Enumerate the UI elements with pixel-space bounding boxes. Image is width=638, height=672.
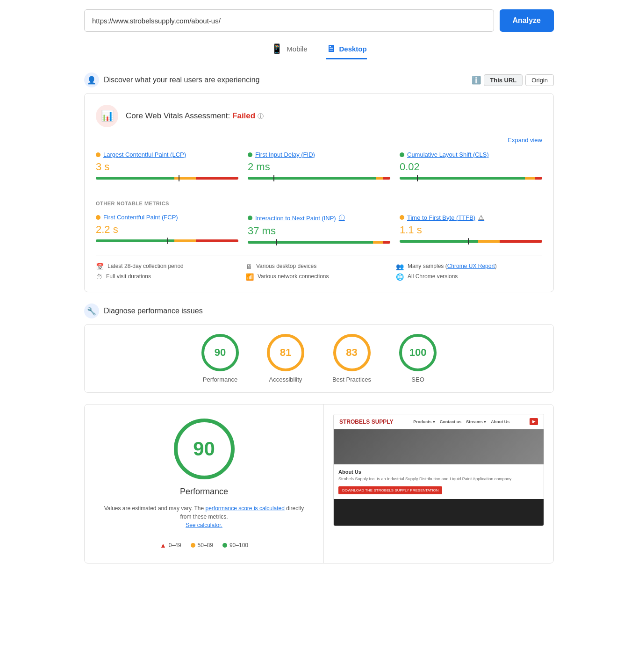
other-metrics-label: OTHER NOTABLE METRICS: [96, 201, 542, 206]
fcp-dot: [96, 215, 100, 220]
cls-label[interactable]: Cumulative Layout Shift (CLS): [400, 151, 542, 158]
accessibility-score-circle: 81: [267, 334, 304, 371]
performance-description: Values are estimated and may vary. The p…: [99, 504, 309, 529]
fid-dot: [248, 152, 252, 157]
desktop-icon: 🖥: [326, 43, 336, 54]
screenshot-download-btn: DOWNLOAD THE STROBELS SUPPLY PRESENTATIO…: [338, 486, 442, 494]
lcp-value: 3 s: [96, 161, 238, 173]
analyze-button[interactable]: Analyze: [500, 9, 554, 32]
accessibility-score-value: 81: [280, 347, 291, 359]
footer-samples: 👥 Many samples (Chrome UX Report): [396, 263, 542, 270]
inp-info-icon[interactable]: ⓘ: [339, 214, 345, 222]
lcp-bar: [96, 177, 238, 180]
performance-score-label: Performance: [203, 376, 237, 383]
performance-detail-card: 90 Performance Values are estimated and …: [84, 404, 554, 564]
scores-card: 90 Performance 81 Accessibility 83 Best …: [84, 324, 554, 393]
screenshot-content: About Us Strobels Supply Inc. is an Indu…: [334, 464, 544, 499]
diagnose-title: Diagnose performance issues: [104, 307, 203, 315]
real-users-title-row: 👤 Discover what your real users are expe…: [84, 72, 259, 87]
timer-icon: ⏱: [96, 273, 102, 281]
fcp-metric: First Contentful Paint (FCP) 2.2 s: [96, 214, 238, 246]
legend-pass: 90–100: [222, 542, 248, 549]
real-users-header: 👤 Discover what your real users are expe…: [84, 72, 554, 87]
footer-col-2: 🖥 Various desktop devices 📶 Various netw…: [246, 263, 392, 281]
origin-button[interactable]: Origin: [525, 74, 554, 86]
fid-metric: First Input Delay (FID) 2 ms: [248, 151, 390, 181]
nav-about: About Us: [491, 419, 509, 424]
footer-desktop-devices: 🖥 Various desktop devices: [246, 263, 392, 270]
fcp-bar: [96, 239, 238, 242]
metrics-divider: [96, 191, 542, 191]
accessibility-score-item[interactable]: 81 Accessibility: [267, 334, 304, 383]
chrome-ux-report-link[interactable]: Chrome UX Report: [447, 263, 495, 269]
url-bar-row: Analyze: [84, 9, 554, 32]
cls-marker: [417, 175, 418, 181]
users-icon: 👥: [396, 263, 404, 270]
performance-left-panel: 90 Performance Values are estimated and …: [85, 405, 324, 563]
performance-detail-title: Performance: [180, 487, 228, 497]
tabs-row: 📱 Mobile 🖥 Desktop: [84, 43, 554, 59]
footer-network: 📶 Various network connections: [246, 273, 392, 281]
fid-value: 2 ms: [248, 161, 390, 173]
main-metrics-grid: Largest Contentful Paint (LCP) 3 s First…: [96, 151, 542, 181]
inp-marker: [276, 239, 277, 246]
lcp-label[interactable]: Largest Contentful Paint (LCP): [96, 151, 238, 158]
inp-metric: Interaction to Next Paint (INP) ⓘ 37 ms: [248, 214, 390, 246]
screenshot-brand: STROBELS SUPPLY: [339, 419, 394, 425]
lcp-metric: Largest Contentful Paint (LCP) 3 s: [96, 151, 238, 181]
tab-mobile-label: Mobile: [287, 45, 307, 53]
fcp-marker: [167, 238, 168, 244]
ttfb-metric: Time to First Byte (TTFB) ⚠ 1.1 s: [400, 214, 542, 246]
ttfb-label[interactable]: Time to First Byte (TTFB) ⚠: [400, 214, 542, 221]
fid-label[interactable]: First Input Delay (FID): [248, 151, 390, 158]
performance-score-value: 90: [215, 347, 226, 359]
tab-desktop-label: Desktop: [339, 45, 367, 53]
performance-score-item[interactable]: 90 Performance: [201, 334, 239, 383]
performance-score-circle: 90: [201, 334, 239, 371]
screenshot-nav: Products ▾ Contact us Streams ▾ About Us: [413, 419, 509, 424]
best-practices-score-label: Best Practices: [332, 376, 371, 383]
cwv-status: Failed: [232, 111, 255, 120]
accessibility-score-label: Accessibility: [269, 376, 302, 383]
expand-view-button[interactable]: Expand view: [96, 137, 542, 144]
calculator-link[interactable]: See calculator.: [186, 522, 222, 528]
lcp-marker: [179, 175, 179, 181]
screenshot-cta: ▶: [530, 418, 538, 425]
calendar-icon: 📅: [96, 263, 104, 270]
legend-pass-label: 90–100: [229, 542, 248, 549]
lcp-dot: [96, 152, 100, 157]
chrome-icon: 🌐: [396, 273, 404, 281]
inp-bar: [248, 241, 390, 244]
cls-dot: [400, 152, 404, 157]
performance-big-value: 90: [193, 438, 215, 460]
legend-fail-icon: ▲: [160, 542, 166, 549]
perf-score-link[interactable]: performance score is calculated: [206, 505, 285, 512]
cls-value: 0.02: [400, 161, 542, 173]
best-practices-score-item[interactable]: 83 Best Practices: [332, 334, 371, 383]
fcp-label[interactable]: First Contentful Paint (FCP): [96, 214, 238, 221]
performance-split: 90 Performance Values are estimated and …: [85, 405, 553, 563]
seo-score-item[interactable]: 100 SEO: [399, 334, 437, 383]
tab-desktop[interactable]: 🖥 Desktop: [326, 43, 367, 59]
cwv-info-icon[interactable]: ℹ️: [472, 76, 481, 85]
legend-pass-dot: [222, 543, 227, 548]
this-url-button[interactable]: This URL: [484, 74, 523, 86]
legend-average: 50–89: [191, 542, 213, 549]
inp-label[interactable]: Interaction to Next Paint (INP) ⓘ: [248, 214, 390, 222]
ttfb-alert-icon: ⚠: [478, 214, 484, 221]
url-input[interactable]: [84, 9, 494, 32]
diagnose-icon: 🔧: [84, 303, 99, 318]
real-users-title: Discover what your real users are experi…: [104, 76, 259, 84]
screenshot-content-title: About Us: [338, 469, 539, 475]
cwv-help-icon[interactable]: ⓘ: [258, 113, 264, 120]
performance-big-circle: 90: [174, 419, 235, 479]
legend-avg-label: 50–89: [198, 542, 213, 549]
best-practices-score-circle: 83: [333, 334, 371, 371]
mobile-icon: 📱: [271, 43, 283, 54]
tab-mobile[interactable]: 📱 Mobile: [271, 43, 307, 59]
nav-streams: Streams ▾: [466, 419, 486, 424]
inp-value: 37 ms: [248, 225, 390, 237]
footer-chrome-versions: 🌐 All Chrome versions: [396, 273, 542, 281]
cls-metric: Cumulative Layout Shift (CLS) 0.02: [400, 151, 542, 181]
ttfb-dot: [400, 215, 404, 220]
